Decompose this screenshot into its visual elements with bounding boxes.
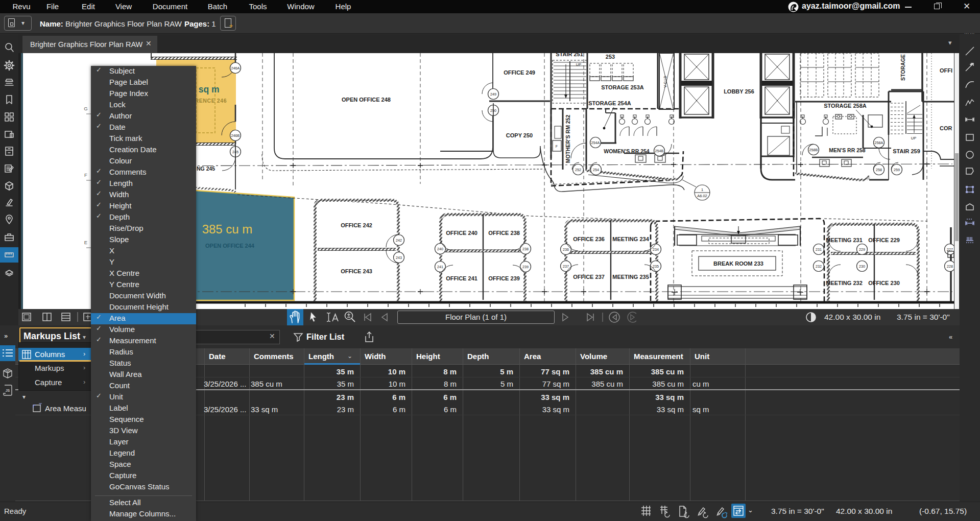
- svg-text:E: E: [84, 240, 87, 245]
- svg-text:259: 259: [894, 168, 900, 172]
- svg-text:253: 253: [606, 54, 615, 60]
- svg-text:MEETING 231: MEETING 231: [826, 237, 863, 243]
- svg-text:234: 234: [653, 247, 659, 252]
- svg-text:OFFICE 229: OFFICE 229: [868, 237, 900, 243]
- svg-text:243: 243: [396, 255, 402, 260]
- svg-text:242: 242: [396, 238, 402, 243]
- svg-text:254: 254: [593, 168, 599, 172]
- svg-text:OFFICE 242: OFFICE 242: [341, 222, 372, 228]
- svg-text:231: 231: [816, 247, 822, 252]
- svg-text:254B: 254B: [655, 149, 664, 153]
- svg-text:258B: 258B: [809, 148, 818, 152]
- svg-text:STORAGE 253A: STORAGE 253A: [601, 84, 644, 90]
- svg-text:MEETING 235: MEETING 235: [612, 274, 649, 280]
- svg-text:OPEN OFFICE 248: OPEN OFFICE 248: [342, 97, 391, 103]
- svg-text:258A: 258A: [875, 140, 883, 145]
- svg-text:COPY 250: COPY 250: [506, 132, 533, 138]
- svg-text:OFFICE 238: OFFICE 238: [488, 230, 520, 236]
- svg-text:241: 241: [437, 265, 443, 269]
- svg-text:COR: COR: [940, 125, 952, 131]
- svg-text:385 cu m: 385 cu m: [202, 222, 253, 236]
- svg-text:A6.02: A6.02: [697, 194, 707, 198]
- svg-text:230: 230: [859, 264, 865, 269]
- svg-text:1: 1: [701, 187, 703, 192]
- svg-text:V O I D: V O I D: [663, 76, 667, 88]
- svg-text:G: G: [84, 106, 87, 111]
- svg-text:OFFI: OFFI: [940, 67, 952, 74]
- svg-text:STAIR 251: STAIR 251: [556, 53, 583, 57]
- svg-text:229: 229: [859, 247, 865, 252]
- svg-text:F: F: [84, 172, 87, 178]
- svg-text:OFFICE 230: OFFICE 230: [868, 280, 900, 286]
- svg-text:239: 239: [522, 265, 529, 269]
- svg-text:NG 245: NG 245: [197, 165, 215, 172]
- svg-text:228: 228: [947, 264, 953, 269]
- svg-text:OFFICE 236: OFFICE 236: [573, 236, 605, 242]
- svg-text:246A: 246A: [231, 66, 240, 70]
- svg-text:235: 235: [653, 264, 659, 269]
- svg-text:LOBBY 256: LOBBY 256: [724, 88, 754, 94]
- svg-text:OFFICE 243: OFFICE 243: [341, 268, 372, 274]
- svg-text:OPEN OFFICE 244: OPEN OFFICE 244: [205, 243, 255, 249]
- svg-text:232: 232: [816, 264, 822, 269]
- svg-text:OFFICE 239: OFFICE 239: [488, 275, 520, 281]
- svg-text:249: 249: [490, 92, 496, 97]
- svg-text:240: 240: [437, 247, 443, 251]
- svg-text:OFFICE 237: OFFICE 237: [573, 274, 605, 280]
- svg-text:MOTHER'S RM 252: MOTHER'S RM 252: [565, 115, 571, 163]
- svg-text:258: 258: [876, 168, 882, 172]
- svg-text:252: 252: [575, 168, 581, 172]
- svg-text:UP: UP: [911, 136, 916, 140]
- svg-text:STORAGE 254A: STORAGE 254A: [588, 100, 631, 106]
- svg-text:236: 236: [563, 247, 569, 252]
- svg-text:227: 227: [947, 247, 953, 252]
- svg-text:JS: JS: [6, 389, 10, 392]
- svg-text:MEETING 234: MEETING 234: [612, 236, 649, 242]
- svg-text:3D: 3D: [6, 370, 10, 373]
- svg-text:OFFICE 249: OFFICE 249: [504, 69, 535, 76]
- svg-text:OFFICE 241: OFFICE 241: [446, 275, 477, 281]
- svg-text:246B: 246B: [231, 133, 240, 138]
- svg-text:UP: UP: [576, 62, 581, 67]
- svg-text:254A: 254A: [591, 140, 600, 145]
- svg-text:F: F: [556, 145, 558, 148]
- svg-text:238: 238: [522, 247, 529, 251]
- svg-text:BREAK ROOM 233: BREAK ROOM 233: [713, 260, 763, 267]
- svg-text:237: 237: [563, 264, 569, 269]
- svg-text:OFFICE 240: OFFICE 240: [446, 230, 477, 236]
- svg-text:STORAGE: STORAGE: [900, 54, 906, 81]
- svg-text:MEETING 232: MEETING 232: [826, 280, 863, 286]
- svg-text:STORAGE 258A: STORAGE 258A: [824, 103, 867, 109]
- svg-text:MEN'S RR 258: MEN'S RR 258: [829, 147, 866, 153]
- svg-text:STAIR 259: STAIR 259: [893, 148, 920, 154]
